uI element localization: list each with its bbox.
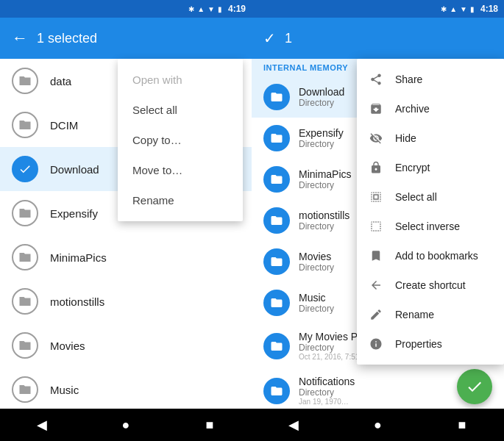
menu-label: Archive [395,103,430,115]
menu-label: Share [395,74,422,85]
folder-icon [12,288,38,315]
menu-label: Select all [395,191,437,203]
rename-icon [369,307,383,322]
folder-icon [12,376,38,403]
file-name: data [50,75,71,87]
folder-icon [263,207,290,234]
right-bottom-nav: ◀ ● ■ [252,409,504,441]
menu-label: Rename [395,309,434,320]
folder-icon [12,68,38,94]
file-name: motionstills [50,295,104,308]
archive-icon [369,101,383,116]
folder-icon [12,244,38,270]
battery-icon: ▮ [218,5,222,13]
back-nav-button[interactable]: ◀ [279,410,308,440]
right-toolbar: ✓ 1 [252,18,504,59]
menu-item-hide[interactable]: Hide [357,123,504,153]
select-all-icon [369,190,383,204]
battery-icon: ▮ [470,5,475,13]
menu-item-select-all[interactable]: Select all [118,95,243,125]
menu-item-select-all[interactable]: Select all [357,182,504,212]
menu-label: Properties [395,338,442,350]
home-nav-button[interactable]: ● [111,410,141,440]
wifi-icon: ▼ [460,5,467,13]
left-context-menu: Open with Select all Copy to… Move to… R… [118,59,243,221]
file-name: Music [50,384,79,396]
menu-item-open-with[interactable]: Open with [118,65,243,95]
left-panel: ✱ ▲ ▼ ▮ 4:19 ← 1 selected data DCIM [0,0,252,441]
select-inverse-icon [369,219,383,234]
back-nav-button[interactable]: ◀ [27,410,57,440]
home-nav-button[interactable]: ● [363,410,392,440]
folder-icon [12,200,38,226]
file-name: Movies [50,340,85,352]
right-status-icons: ✱ ▲ ▼ ▮ 4:18 [441,4,498,14]
bluetooth-icon: ✱ [441,5,447,13]
menu-item-encrypt[interactable]: Encrypt [357,153,504,182]
right-panel: ✱ ▲ ▼ ▮ 4:18 ✓ 1 INTERNAL MEMORY Downloa… [252,0,504,441]
folder-icon [263,248,290,275]
info-icon [369,337,383,351]
folder-icon [263,84,290,110]
file-name: MinimaPics [50,251,107,264]
share-icon [369,72,383,87]
folder-icon [263,333,290,359]
check-icon: ✓ [263,29,276,47]
menu-item-add-bookmarks[interactable]: Add to bookmarks [357,241,504,270]
signal-icon: ▲ [197,5,205,13]
folder-icon [263,290,290,316]
folder-icon [12,332,38,359]
left-time: 4:19 [228,4,246,14]
bluetooth-icon: ✱ [188,5,194,13]
recent-nav-button[interactable]: ■ [447,410,477,440]
menu-label: Encrypt [395,162,430,173]
list-item[interactable]: Music [0,368,252,409]
left-toolbar-title: 1 selected [37,31,240,46]
menu-item-rename[interactable]: Rename [118,185,243,215]
menu-item-move-to[interactable]: Move to… [118,155,243,185]
menu-item-properties[interactable]: Properties [357,329,504,359]
file-name: Download [50,163,99,176]
shortcut-icon [369,278,383,293]
file-name: Expensify [50,207,98,220]
list-item[interactable]: motionstills [0,279,252,323]
menu-item-create-shortcut[interactable]: Create shortcut [357,270,504,300]
left-status-icons: ✱ ▲ ▼ ▮ 4:19 [188,4,246,14]
left-toolbar: ← 1 selected [0,18,252,59]
lock-icon [369,160,383,175]
menu-item-archive[interactable]: Archive [357,94,504,123]
back-button[interactable]: ← [12,29,28,48]
folder-icon [263,378,290,404]
menu-item-rename[interactable]: Rename [357,300,504,329]
menu-label: Select inverse [395,220,460,232]
menu-label: Create shortcut [395,279,466,291]
file-name: DCIM [50,119,78,132]
folder-icon [12,112,38,138]
menu-label: Add to bookmarks [395,250,478,262]
right-status-bar: ✱ ▲ ▼ ▮ 4:18 [252,0,504,18]
left-bottom-nav: ◀ ● ■ [0,409,252,441]
wifi-icon: ▼ [207,5,215,13]
fab-button[interactable] [457,369,492,404]
right-context-menu: Share Archive Hide Encrypt Select all [357,59,504,365]
folder-icon [263,125,290,151]
menu-item-share[interactable]: Share [357,65,504,94]
folder-icon [263,166,290,193]
left-status-bar: ✱ ▲ ▼ ▮ 4:19 [0,0,252,18]
menu-label: Hide [395,132,416,144]
right-toolbar-count: 1 [285,31,492,46]
check-icon [12,156,38,182]
recent-nav-button[interactable]: ■ [195,410,224,440]
list-item[interactable]: Movies [0,323,252,368]
list-item[interactable]: MinimaPics [0,235,252,279]
menu-item-select-inverse[interactable]: Select inverse [357,212,504,241]
signal-icon: ▲ [450,5,457,13]
bookmark-icon [369,248,383,263]
right-time: 4:18 [480,4,498,14]
menu-item-copy-to[interactable]: Copy to… [118,125,243,155]
hide-icon [369,131,383,146]
